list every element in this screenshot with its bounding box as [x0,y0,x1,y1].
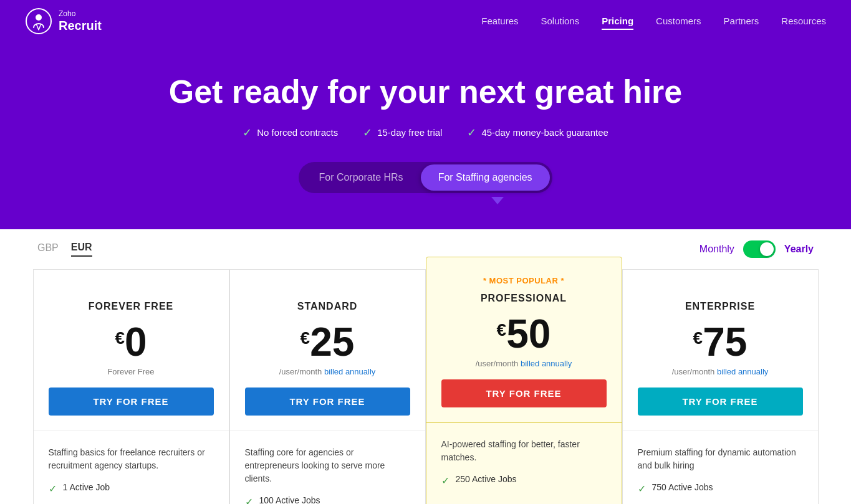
toggle-knob [760,242,774,256]
currency-eur-button[interactable]: EUR [71,242,92,257]
try-btn-forever-free[interactable]: TRY FOR FREE [49,388,214,416]
feature-desc-enterprise: Premium staffing for dynamic automation … [638,446,803,472]
hero-headline: Get ready for your next great hire [12,74,839,111]
price-currency-standard: € [300,328,310,348]
nav-customers[interactable]: Customers [656,16,701,26]
plan-tabs: For Corporate HRs For Staffing agencies [299,162,552,193]
logo-zoho-text: Zoho [59,10,102,18]
plan-name-professional: PROFESSIONAL [441,293,607,304]
nav-solutions[interactable]: Solutions [541,16,579,26]
billed-annually-link-standard[interactable]: billed annually [324,367,375,376]
feature-desc-forever-free: Staffing basics for freelance recruiters… [49,446,214,472]
check-icon-contracts: ✓ [243,126,252,140]
plan-card-forever-free: FOREVER FREE € 0 Forever Free TRY FOR FR… [33,269,229,504]
plan-tabs-wrapper: For Corporate HRs For Staffing agencies [12,162,839,193]
feature-item-enterprise-0: ✓ 750 Active Jobs [638,482,803,495]
price-sub-professional: /user/month billed annually [441,359,607,368]
check-icon-trial: ✓ [363,126,372,140]
try-btn-standard[interactable]: TRY FOR FREE [245,388,410,416]
check-icon-professional-0: ✓ [441,475,450,487]
hero-badge-contracts: ✓ No forced contracts [243,126,338,140]
card-features-forever-free: Staffing basics for freelance recruiters… [34,431,229,504]
card-features-professional: AI-powered staffing for better, faster m… [426,423,622,504]
currency-toggle: GBP EUR [37,242,92,257]
nav-features[interactable]: Features [481,16,518,26]
feature-text-forever-free-0: 1 Active Job [63,482,110,492]
card-header-professional: * MOST POPULAR * PROFESSIONAL € 50 /user… [426,257,622,423]
tab-staffing-agencies[interactable]: For Staffing agencies [421,164,550,191]
most-popular-badge: * MOST POPULAR * [441,276,607,285]
pricing-area: FOREVER FREE € 0 Forever Free TRY FOR FR… [0,269,851,504]
feature-item-forever-free-0: ✓ 1 Active Job [49,482,214,495]
hero-badges: ✓ No forced contracts ✓ 15-day free tria… [12,126,839,140]
hero-badge-guarantee: ✓ 45-day money-back guarantee [467,126,608,140]
card-header-enterprise: ENTERPRISE € 75 /user/month billed annua… [623,270,818,431]
plan-name-enterprise: ENTERPRISE [638,301,803,312]
hero-badge-trial: ✓ 15-day free trial [363,126,442,140]
tab-pointer [12,197,839,204]
try-btn-professional[interactable]: TRY FOR FREE [441,379,607,407]
plan-price-standard: € 25 [245,322,410,362]
plan-price-professional: € 50 [441,314,607,354]
navbar: Zoho Recruit Features Solutions Pricing … [0,0,851,42]
feature-item-professional-0: ✓ 250 Active Jobs [441,474,607,487]
price-sub-standard: /user/month billed annually [245,367,410,376]
billed-annually-link-enterprise[interactable]: billed annually [717,367,768,376]
plan-price-enterprise: € 75 [638,322,803,362]
plan-price-forever-free: € 0 [49,322,214,362]
card-features-standard: Staffing core for agencies or entreprene… [230,431,425,504]
price-currency-enterprise: € [693,328,703,348]
logo-recruit-text: Recruit [59,19,102,32]
billing-monthly-label: Monthly [700,244,734,255]
feature-text-enterprise-0: 750 Active Jobs [652,482,713,492]
nav-resources[interactable]: Resources [781,16,826,26]
feature-item-standard-0: ✓ 100 Active Jobs [245,495,410,504]
price-amount-enterprise: 75 [703,322,747,362]
plan-name-forever-free: FOREVER FREE [49,301,214,312]
plan-card-standard: STANDARD € 25 /user/month billed annuall… [229,269,426,504]
billing-yearly-label: Yearly [784,244,814,255]
check-icon-standard-0: ✓ [245,496,253,504]
check-icon-forever-free-0: ✓ [49,483,57,495]
try-btn-enterprise[interactable]: TRY FOR FREE [638,388,803,416]
nav-partners[interactable]: Partners [724,16,759,26]
logo[interactable]: Zoho Recruit [25,7,102,35]
feature-text-professional-0: 250 Active Jobs [456,474,517,484]
plan-name-standard: STANDARD [245,301,410,312]
currency-gbp-button[interactable]: GBP [37,242,59,256]
billing-toggle: Monthly Yearly [700,240,814,258]
plan-card-professional: * MOST POPULAR * PROFESSIONAL € 50 /user… [426,257,622,504]
tab-corporate-hrs[interactable]: For Corporate HRs [301,164,420,191]
feature-desc-standard: Staffing core for agencies or entreprene… [245,446,410,485]
price-amount-professional: 50 [506,314,551,354]
feature-desc-professional: AI-powered staffing for better, faster m… [441,438,607,464]
card-features-enterprise: Premium staffing for dynamic automation … [623,431,818,504]
price-amount-standard: 25 [310,322,354,362]
price-sub-enterprise: /user/month billed annually [638,367,803,376]
card-header-standard: STANDARD € 25 /user/month billed annuall… [230,270,425,431]
billing-toggle-switch[interactable] [743,240,776,258]
nav-pricing[interactable]: Pricing [602,16,633,30]
hero-section: Get ready for your next great hire ✓ No … [0,42,851,229]
plan-card-enterprise: ENTERPRISE € 75 /user/month billed annua… [622,269,819,504]
price-amount-forever-free: 0 [125,322,147,362]
price-sub-forever-free: Forever Free [49,367,214,376]
card-header-forever-free: FOREVER FREE € 0 Forever Free TRY FOR FR… [34,270,229,431]
check-icon-enterprise-0: ✓ [638,483,646,495]
svg-point-1 [36,14,42,21]
price-currency-forever-free: € [115,328,125,348]
check-icon-guarantee: ✓ [467,126,476,140]
feature-text-standard-0: 100 Active Jobs [259,495,320,504]
nav-links: Features Solutions Pricing Customers Par… [481,16,826,27]
tab-arrow-icon [491,197,504,204]
cards-grid: FOREVER FREE € 0 Forever Free TRY FOR FR… [33,269,819,504]
billed-annually-link-professional[interactable]: billed annually [521,359,572,368]
price-currency-professional: € [497,320,507,340]
